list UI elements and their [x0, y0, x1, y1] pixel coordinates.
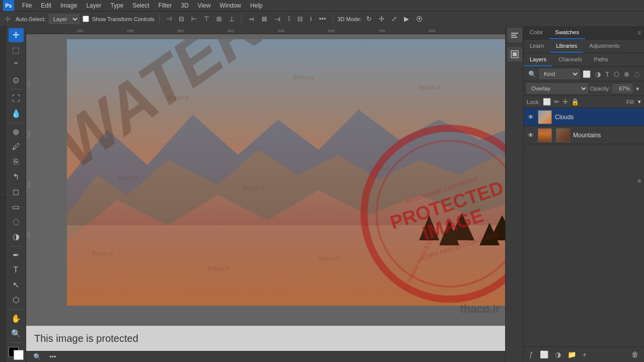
- history-brush-tool[interactable]: ↰: [9, 170, 24, 184]
- show-transform-label: Show Transform Controls: [92, 16, 154, 22]
- menu-image[interactable]: Image: [56, 1, 81, 10]
- move-tool-icon[interactable]: ⊹: [3, 14, 13, 24]
- align-top-icon[interactable]: ⊤: [202, 14, 211, 24]
- top-ruler: 100 200 300 400 500 600 700 800: [26, 26, 505, 34]
- new-layer-btn[interactable]: +: [580, 349, 589, 360]
- 3d-camera-icon[interactable]: ⦿: [414, 14, 425, 24]
- layer-item-clouds[interactable]: 👁 Clouds: [524, 108, 644, 126]
- 3d-pan-icon[interactable]: ✢: [377, 14, 386, 24]
- menu-filter[interactable]: Filter: [154, 1, 176, 10]
- layer-search-icon[interactable]: 🔍: [527, 69, 538, 79]
- path-select-tool[interactable]: ↖: [9, 278, 24, 292]
- menu-file[interactable]: File: [18, 1, 36, 10]
- menu-window[interactable]: Window: [216, 1, 246, 10]
- new-group-btn[interactable]: 📁: [565, 349, 579, 360]
- dist-bottom-icon[interactable]: ⫲: [308, 14, 314, 24]
- gradient-tool[interactable]: ▭: [9, 200, 24, 214]
- layer-filter-smart-icon[interactable]: ⊕: [622, 69, 631, 79]
- layer-item-mountains[interactable]: 👁 Mountains: [524, 126, 644, 144]
- channels-tab[interactable]: Channels: [552, 53, 588, 66]
- align-center-h-icon[interactable]: ⊟: [177, 14, 186, 24]
- zoom-status-icon[interactable]: 🔍: [31, 352, 43, 361]
- dist-center-h-icon[interactable]: ⊠: [260, 14, 269, 24]
- align-left-icon[interactable]: ⊣: [164, 14, 174, 24]
- opacity-dropdown-icon[interactable]: ▾: [634, 84, 641, 94]
- libraries-tab[interactable]: Libraries: [550, 40, 583, 53]
- healing-tool[interactable]: ⊕: [9, 125, 24, 139]
- lock-move-btn[interactable]: ✛: [562, 98, 568, 106]
- add-mask-btn[interactable]: ⬜: [537, 349, 551, 360]
- swatches-tab[interactable]: Swatches: [549, 26, 585, 39]
- eyedropper-tool[interactable]: 💧: [9, 107, 24, 121]
- blend-mode-select[interactable]: Overlay Normal Multiply Screen: [527, 83, 588, 94]
- align-right-icon[interactable]: ⊢: [189, 14, 199, 24]
- dist-top-icon[interactable]: ⫱: [286, 14, 292, 24]
- learn-tab[interactable]: Learn: [524, 40, 550, 53]
- menu-edit[interactable]: Edit: [37, 1, 55, 10]
- 3d-video-icon[interactable]: ▶: [402, 14, 411, 24]
- lock-label: Lock:: [527, 99, 540, 105]
- dist-right-icon[interactable]: ⫣: [272, 14, 283, 24]
- add-layer-style-btn[interactable]: ƒ: [527, 349, 536, 360]
- eraser-tool[interactable]: ◻: [9, 185, 24, 199]
- delete-layer-btn[interactable]: 🗑: [629, 349, 641, 360]
- brush-tool[interactable]: 🖊: [9, 140, 24, 154]
- lasso-tool[interactable]: ⌃: [9, 58, 24, 72]
- fill-value[interactable]: ▾: [638, 99, 641, 105]
- protected-bar-text: This image is protected: [34, 333, 138, 344]
- text-tool[interactable]: T: [9, 263, 24, 277]
- opacity-input[interactable]: [612, 84, 632, 93]
- layer-filter-pixel-icon[interactable]: ⬜: [581, 69, 592, 79]
- lock-position-btn[interactable]: ✏: [554, 98, 559, 106]
- layer-filter-shape-icon[interactable]: ⬡: [612, 69, 621, 79]
- svg-text:700: 700: [378, 29, 385, 33]
- canvas-container[interactable]: WATERMARK thaco.ir thaco.ir thaco.ir tha…: [34, 34, 505, 326]
- stamp-tool[interactable]: ⎘: [9, 155, 24, 169]
- panel-collapse-btn-3[interactable]: ≡: [636, 176, 642, 186]
- more-status-icon[interactable]: •••: [47, 352, 58, 361]
- layer-filter-type-icon[interactable]: T: [604, 69, 611, 79]
- layers-tab[interactable]: Layers: [524, 53, 552, 66]
- color-tab[interactable]: Color: [524, 26, 549, 39]
- menu-type[interactable]: Type: [106, 1, 127, 10]
- align-center-v-icon[interactable]: ⊞: [214, 14, 224, 24]
- show-transform-checkbox[interactable]: [83, 16, 89, 22]
- background-color[interactable]: [14, 350, 24, 360]
- menu-select[interactable]: Select: [128, 1, 153, 10]
- blur-tool[interactable]: ◌: [9, 215, 24, 229]
- more-options-icon[interactable]: •••: [317, 14, 328, 24]
- marquee-tool[interactable]: ⬚: [9, 43, 24, 57]
- align-bottom-icon[interactable]: ⊥: [227, 14, 236, 24]
- new-adjustment-btn[interactable]: ◑: [552, 349, 564, 360]
- panel-toggle-2[interactable]: [508, 47, 522, 61]
- collapse-panel-left[interactable]: »: [0, 26, 6, 362]
- dodge-tool[interactable]: ◑: [9, 230, 24, 244]
- move-tool[interactable]: ✛: [9, 28, 24, 42]
- pen-tool[interactable]: ✒: [9, 248, 24, 262]
- 3d-scale-icon[interactable]: ⤢: [389, 14, 399, 24]
- layer-filter-select[interactable]: Kind: [539, 69, 580, 79]
- shape-tool[interactable]: ⬡: [9, 293, 24, 307]
- layer-filter-toggle[interactable]: ◌: [632, 69, 641, 79]
- 3d-rotate-icon[interactable]: ↻: [364, 14, 374, 24]
- zoom-tool[interactable]: 🔍: [9, 326, 24, 340]
- clouds-visibility-icon[interactable]: 👁: [527, 113, 535, 121]
- menu-layer[interactable]: Layer: [82, 1, 105, 10]
- dist-left-icon[interactable]: ⫤: [246, 14, 257, 24]
- crop-tool[interactable]: ⛶: [9, 92, 24, 106]
- paths-tab[interactable]: Paths: [588, 53, 614, 66]
- lock-pixels-btn[interactable]: ⬜: [543, 98, 551, 106]
- layer-filter-adjust-icon[interactable]: ◑: [594, 69, 602, 79]
- dist-center-v-icon[interactable]: ⊟: [295, 14, 305, 24]
- adjustments-tab[interactable]: Adjustments: [583, 40, 626, 53]
- hand-tool[interactable]: ✋: [9, 311, 24, 325]
- mountains-visibility-icon[interactable]: 👁: [527, 131, 535, 139]
- menu-3d[interactable]: 3D: [177, 1, 192, 10]
- panel-collapse-btn[interactable]: ≡: [636, 28, 642, 37]
- menu-view[interactable]: View: [194, 1, 215, 10]
- lock-all-btn[interactable]: 🔒: [571, 98, 579, 106]
- quick-select-tool[interactable]: ⊙: [9, 73, 24, 87]
- panel-toggle-1[interactable]: [508, 28, 522, 42]
- menu-help[interactable]: Help: [246, 1, 267, 10]
- auto-select-dropdown[interactable]: Layer Group: [49, 14, 79, 24]
